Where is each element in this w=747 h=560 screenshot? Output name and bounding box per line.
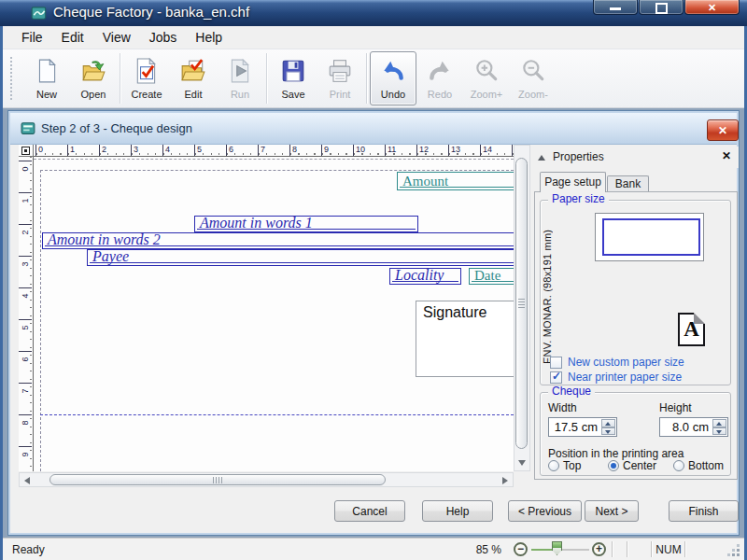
zoom-in-button[interactable]: Zoom+ — [463, 51, 510, 105]
collapse-arrow-icon[interactable] — [538, 155, 545, 161]
ruler-origin-box[interactable] — [19, 145, 34, 157]
menu-jobs[interactable]: Jobs — [140, 28, 187, 47]
dialog-icon — [21, 120, 36, 136]
maximize-icon — [655, 3, 668, 14]
properties-header: Properties ✕ — [532, 147, 739, 168]
cheque-left-edge — [40, 170, 41, 471]
undo-button[interactable]: Undo — [370, 51, 416, 105]
height-stepper[interactable]: 8.0 cm — [659, 417, 728, 437]
width-stepper[interactable]: 17.5 cm — [548, 417, 617, 437]
checkbox-checked-icon[interactable] — [550, 371, 562, 384]
v-ruler-label: 7 — [19, 383, 32, 396]
zoom-plus-icon[interactable]: + — [592, 542, 606, 556]
new-button[interactable]: New — [23, 51, 70, 105]
dialog-title: Step 2 of 3 - Cheque design — [41, 121, 192, 135]
near-printer-paper-size-option[interactable]: Near printer paper size — [550, 371, 682, 384]
window-controls: ✕ — [592, 0, 740, 15]
zoom-percentage: 85 % — [449, 543, 501, 556]
radio-bottom[interactable]: Bottom — [673, 459, 724, 472]
edit-button[interactable]: Edit — [170, 51, 217, 105]
stepper-up-icon[interactable] — [712, 419, 726, 427]
resize-grip[interactable] — [727, 544, 740, 556]
paper-size-group-label: Paper size — [548, 193, 609, 205]
v-ruler-label: 3 — [19, 256, 32, 269]
application-window: Cheque Factory - banka_en.chf ✕ File Edi… — [0, 0, 747, 560]
menu-help[interactable]: Help — [186, 28, 232, 47]
h-ruler-label: 2 — [99, 145, 106, 156]
zoom-slider-fill — [531, 549, 554, 551]
minimize-icon — [610, 7, 621, 10]
field-signature[interactable]: Signature — [416, 301, 514, 377]
radio-center[interactable]: Center — [608, 459, 656, 472]
title-bar[interactable]: Cheque Factory - banka_en.chf ✕ — [0, 0, 747, 26]
field-payee[interactable]: Payee — [87, 249, 514, 266]
open-folder-icon — [80, 58, 106, 88]
statusbar-separator — [612, 541, 613, 557]
window-title: Cheque Factory - banka_en.chf — [53, 4, 249, 20]
field-amount[interactable]: Amount — [397, 172, 514, 190]
radio-top[interactable]: Top — [548, 459, 581, 472]
zoom-slider-thumb[interactable] — [552, 541, 562, 555]
menu-edit[interactable]: Edit — [52, 28, 93, 47]
properties-close-icon[interactable]: ✕ — [722, 149, 731, 162]
v-ruler-label: 2 — [19, 224, 32, 237]
toolbar-label: Save — [281, 89, 304, 100]
h-ruler-label: 12 — [416, 145, 429, 156]
stepper-up-icon[interactable] — [601, 419, 615, 427]
zoom-minus-icon[interactable]: − — [514, 542, 528, 556]
tab-page-setup[interactable]: Page setup — [540, 172, 606, 192]
toolbar-label: Print — [330, 89, 351, 100]
previous-button[interactable]: < Previous — [508, 500, 582, 522]
horizontal-scrollbar[interactable] — [19, 472, 514, 487]
h-ruler-label: 14 — [480, 145, 492, 156]
field-amount-in-words-1[interactable]: Amount in words 1 — [194, 216, 418, 232]
h-ruler-label: 1 — [67, 145, 75, 156]
vertical-scrollbar-thumb[interactable] — [515, 158, 528, 449]
h-ruler-label: 7 — [258, 145, 265, 156]
h-ruler-label: 8 — [289, 145, 297, 156]
new-custom-paper-size-option[interactable]: New custom paper size — [550, 356, 684, 369]
stepper-down-icon[interactable] — [712, 427, 726, 436]
cheque-design-canvas[interactable]: Amount Amount in words 1 Amount in words… — [34, 157, 514, 471]
h-ruler-label: 10 — [353, 145, 365, 156]
next-button[interactable]: Next > — [585, 500, 639, 522]
radio-icon — [548, 460, 559, 471]
run-button[interactable]: Run — [217, 51, 263, 105]
scroll-left-arrow[interactable] — [24, 477, 30, 484]
close-button[interactable]: ✕ — [684, 0, 740, 15]
zoom-out-button[interactable]: Zoom- — [510, 51, 557, 105]
tab-bank[interactable]: Bank — [607, 175, 649, 192]
checkbox-unchecked-icon[interactable] — [550, 357, 562, 369]
field-amount-in-words-2[interactable]: Amount in words 2 — [42, 232, 514, 249]
minimize-button[interactable] — [593, 0, 638, 15]
finish-button[interactable]: Finish — [669, 500, 739, 522]
scroll-right-arrow[interactable] — [502, 477, 508, 484]
maximize-button[interactable] — [639, 0, 684, 15]
stepper-buttons — [601, 419, 615, 435]
open-button[interactable]: Open — [70, 51, 117, 105]
v-ruler-label: 6 — [19, 351, 32, 364]
scroll-down-arrow[interactable] — [518, 460, 526, 466]
scrollbar-grip-icon — [518, 299, 525, 308]
toolbar-grip[interactable] — [10, 57, 15, 100]
field-date[interactable]: Date — [469, 268, 514, 285]
close-icon: ✕ — [718, 124, 727, 137]
height-label: Height — [659, 401, 692, 414]
save-button[interactable]: Save — [270, 51, 317, 105]
cancel-button[interactable]: Cancel — [334, 500, 405, 522]
redo-button[interactable]: Redo — [416, 51, 463, 105]
zoom-in-icon — [473, 58, 500, 88]
stepper-down-icon[interactable] — [601, 427, 615, 436]
vertical-scrollbar[interactable] — [514, 145, 530, 471]
menu-bar: File Edit View Jobs Help — [3, 26, 744, 49]
print-button[interactable]: Print — [317, 51, 363, 105]
field-locality[interactable]: Locality — [389, 268, 461, 285]
create-button[interactable]: Create — [123, 51, 170, 105]
close-icon: ✕ — [708, 2, 716, 14]
toolbar-label: Undo — [381, 89, 405, 100]
help-button[interactable]: Help — [422, 500, 493, 522]
horizontal-scrollbar-thumb[interactable] — [49, 474, 386, 485]
dialog-close-button[interactable]: ✕ — [707, 119, 739, 141]
menu-view[interactable]: View — [93, 28, 140, 47]
menu-file[interactable]: File — [12, 28, 52, 47]
